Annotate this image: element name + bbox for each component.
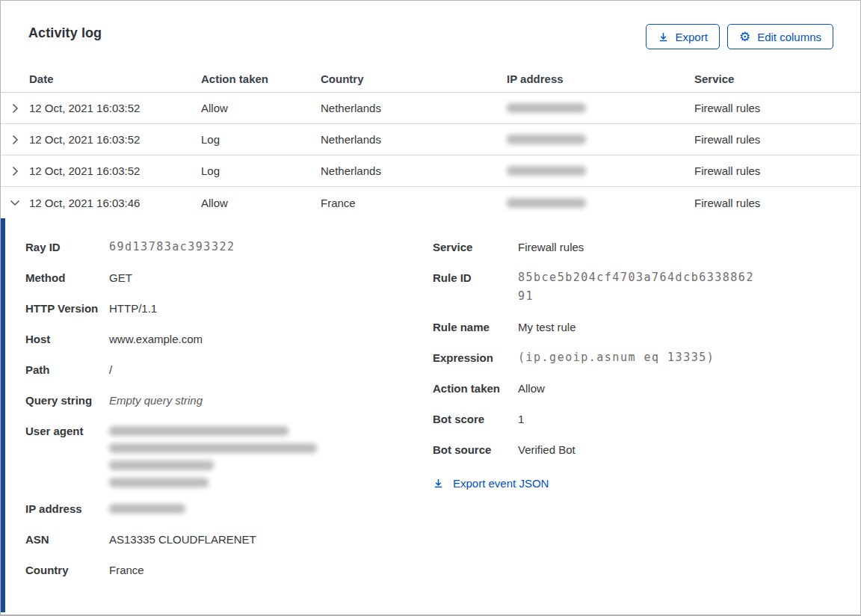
activity-log-panel: Activity log Export ⚙ Edit columns Date …: [0, 0, 861, 616]
detail-service: Service Firewall rules: [433, 238, 761, 256]
cell-ip-address-redacted: [507, 103, 694, 113]
cell-action-taken: Log: [201, 133, 321, 146]
column-header-service: Service: [694, 73, 860, 85]
gear-icon: ⚙: [739, 31, 750, 43]
column-header-ip-address: IP address: [507, 73, 694, 85]
export-button[interactable]: Export: [646, 24, 720, 49]
ip-address-redacted: [109, 499, 185, 518]
detail-column-right: Service Firewall rules Rule ID 85bce5b20…: [433, 238, 761, 597]
activity-log-table: Date Action taken Country IP address Ser…: [1, 67, 860, 612]
detail-bot-source: Bot source Verified Bot: [433, 440, 761, 459]
detail-asn: ASN AS13335 CLOUDFLARENET: [25, 530, 433, 549]
cell-action-taken: Log: [201, 164, 321, 177]
detail-http-version: HTTP Version HTTP/1.1: [25, 299, 433, 318]
detail-bot-score: Bot score 1: [433, 410, 761, 428]
detail-user-agent: User agent: [25, 422, 433, 487]
cell-ip-address-redacted: [507, 166, 694, 176]
cell-service: Firewall rules: [694, 133, 860, 146]
cell-service: Firewall rules: [694, 197, 860, 209]
detail-rule-name: Rule name My test rule: [433, 318, 761, 336]
cell-service: Firewall rules: [694, 164, 860, 177]
detail-column-left: Ray ID 69d13783ac393322 Method GET HTTP …: [25, 238, 433, 597]
detail-rule-id: Rule ID 85bce5b204cf4703a764dcb633886291: [433, 268, 761, 306]
cell-action-taken: Allow: [201, 102, 321, 114]
detail-expression: Expression (ip.geoip.asnum eq 13335): [433, 348, 761, 367]
cell-country: Netherlands: [321, 133, 507, 146]
edit-columns-button[interactable]: ⚙ Edit columns: [727, 24, 833, 49]
toolbar: Export ⚙ Edit columns: [646, 24, 833, 49]
cell-ip-address-redacted: [507, 135, 694, 144]
detail-ip-address: IP address: [25, 499, 433, 518]
table-row[interactable]: 12 Oct, 2021 16:03:52 Log Netherlands Fi…: [1, 155, 860, 187]
chevron-down-icon[interactable]: [1, 197, 29, 209]
edit-columns-button-label: Edit columns: [757, 31, 821, 43]
cell-country: Netherlands: [321, 164, 507, 177]
cell-date: 12 Oct, 2021 16:03:52: [29, 102, 201, 114]
user-agent-redacted: [109, 422, 317, 487]
table-row[interactable]: 12 Oct, 2021 16:03:52 Allow Netherlands …: [1, 93, 860, 124]
table-header-row: Date Action taken Country IP address Ser…: [1, 67, 860, 93]
cell-country: France: [321, 197, 507, 209]
export-event-json-link[interactable]: Export event JSON: [433, 477, 761, 490]
event-detail-panel: Ray ID 69d13783ac393322 Method GET HTTP …: [1, 218, 860, 612]
chevron-right-icon[interactable]: [1, 134, 29, 146]
detail-query-string: Query string Empty query string: [25, 391, 433, 410]
cell-service: Firewall rules: [694, 102, 860, 114]
cell-action-taken: Allow: [201, 197, 321, 209]
download-icon: [658, 31, 669, 43]
table-row-expanded[interactable]: 12 Oct, 2021 16:03:46 Allow France Firew…: [1, 187, 860, 218]
export-event-json-label: Export event JSON: [453, 477, 549, 490]
detail-method: Method GET: [25, 268, 433, 287]
detail-path: Path /: [25, 360, 433, 379]
column-header-action-taken: Action taken: [201, 73, 321, 85]
chevron-right-icon[interactable]: [1, 102, 29, 114]
cell-date: 12 Oct, 2021 16:03:52: [29, 164, 201, 177]
detail-country: Country France: [25, 561, 433, 579]
chevron-right-icon[interactable]: [1, 165, 29, 177]
detail-ray-id: Ray ID 69d13783ac393322: [25, 238, 433, 256]
cell-country: Netherlands: [321, 102, 507, 114]
export-button-label: Export: [676, 31, 708, 43]
column-header-country: Country: [321, 73, 507, 85]
detail-host: Host www.example.com: [25, 330, 433, 348]
table-row[interactable]: 12 Oct, 2021 16:03:52 Log Netherlands Fi…: [1, 124, 860, 155]
cell-date: 12 Oct, 2021 16:03:52: [29, 133, 201, 146]
download-icon: [433, 478, 444, 489]
detail-action-taken: Action taken Allow: [433, 379, 761, 398]
column-header-date: Date: [29, 73, 201, 85]
cell-date: 12 Oct, 2021 16:03:46: [29, 197, 201, 209]
cell-ip-address-redacted: [507, 198, 694, 208]
